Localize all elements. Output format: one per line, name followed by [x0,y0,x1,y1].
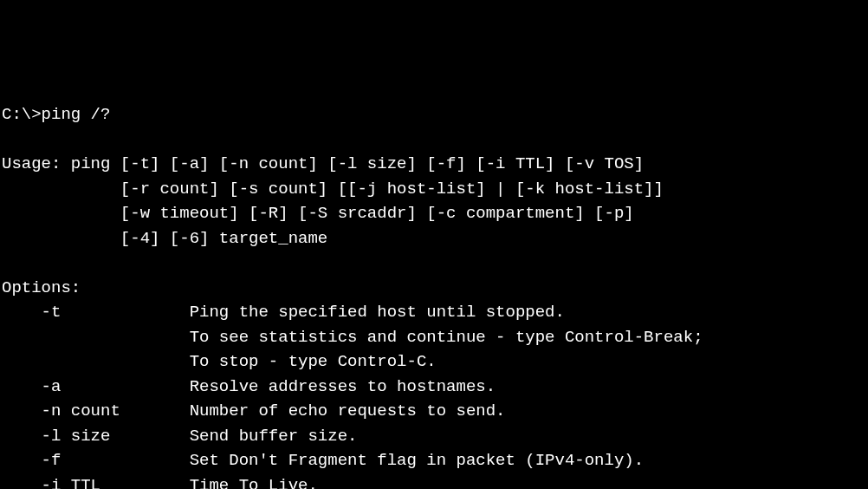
option-i-line: -i TTL Time To Live. [2,476,318,490]
usage-line-4: [-4] [-6] target_name [2,229,327,248]
options-header: Options: [2,278,81,297]
command-prompt-line: C:\>ping /? [2,105,110,124]
option-t-line-2: To see statistics and continue - type Co… [2,328,703,347]
option-t-line-1: -t Ping the specified host until stopped… [2,303,565,322]
usage-line-3: [-w timeout] [-R] [-S srcaddr] [-c compa… [2,204,634,223]
option-n-line: -n count Number of echo requests to send… [2,401,506,421]
terminal-output[interactable]: C:\>ping /? Usage: ping [-t] [-a] [-n co… [2,102,866,489]
usage-line-1: Usage: ping [-t] [-a] [-n count] [-l siz… [2,154,644,173]
option-l-line: -l size Send buffer size. [2,427,357,446]
option-f-line: -f Set Don't Fragment flag in packet (IP… [2,451,644,470]
usage-line-2: [-r count] [-s count] [[-j host-list] | … [2,179,664,199]
option-a-line: -a Resolve addresses to hostnames. [2,377,496,396]
option-t-line-3: To stop - type Control-C. [2,352,437,371]
